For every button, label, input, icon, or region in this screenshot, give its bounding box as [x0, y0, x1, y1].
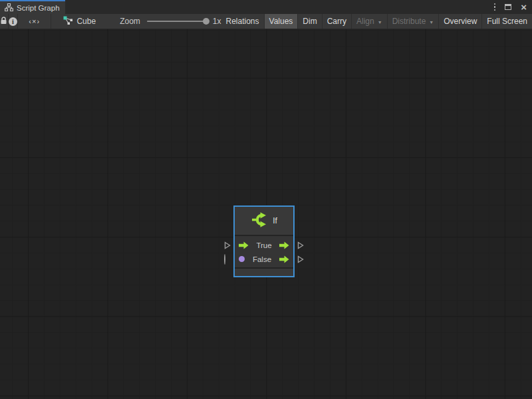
overview-label: Overview: [444, 17, 477, 26]
values-label: Values: [269, 17, 293, 26]
align-label: Align: [356, 17, 374, 26]
chevron-down-icon: ▼: [378, 20, 382, 25]
tab-title: Script Graph: [17, 4, 60, 12]
carry-button[interactable]: Carry: [323, 14, 352, 29]
node-footer: [235, 267, 293, 276]
if-node[interactable]: If True: [233, 205, 295, 277]
port-label-true: True: [249, 241, 279, 249]
distribute-label: Distribute: [392, 17, 426, 26]
maximize-icon[interactable]: [505, 4, 511, 10]
if-node-header[interactable]: If: [235, 207, 293, 236]
lock-icon: [0, 17, 7, 27]
info-button[interactable]: i: [9, 14, 18, 29]
values-button[interactable]: Values: [265, 14, 299, 29]
graph-toolbar: i ‹×› Cube Zoom 1x Relations Values D: [0, 14, 532, 29]
zoom-slider-handle[interactable]: [203, 18, 209, 25]
close-icon[interactable]: ×: [521, 2, 527, 12]
window-menu-icon[interactable]: [494, 3, 496, 11]
condition-value-dot-icon[interactable]: [239, 256, 245, 262]
tab-bar: Script Graph ×: [0, 0, 532, 14]
graph-canvas[interactable]: If True: [0, 29, 532, 399]
zoom-control: Zoom 1x: [120, 14, 221, 29]
false-output-connector[interactable]: [297, 255, 304, 263]
script-graph-asset-icon: [63, 16, 73, 27]
zoom-slider[interactable]: [147, 21, 208, 22]
code-preview-button[interactable]: ‹×›: [18, 14, 51, 29]
tab-script-graph[interactable]: Script Graph: [0, 0, 65, 14]
full-screen-label: Full Screen: [487, 17, 527, 26]
port-row-false: False: [235, 252, 293, 266]
code-icon: ‹×›: [29, 17, 40, 25]
condition-input-connector[interactable]: [224, 255, 225, 264]
graph-target-label: Cube: [76, 17, 96, 26]
align-dropdown: Align ▼: [352, 14, 388, 29]
carry-label: Carry: [327, 17, 346, 26]
true-output-arrow-icon[interactable]: [279, 241, 289, 249]
false-output-arrow-icon[interactable]: [279, 255, 289, 263]
branch-icon: [251, 211, 268, 230]
distribute-dropdown: Distribute ▼: [388, 14, 440, 29]
dim-label: Dim: [303, 17, 317, 26]
graph-hierarchy-icon: [5, 3, 13, 13]
node-title: If: [273, 216, 277, 225]
true-output-connector[interactable]: [297, 241, 304, 249]
chevron-down-icon: ▼: [429, 20, 434, 25]
toolbar-button-group: Relations Values Dim Carry Align ▼ Distr…: [221, 14, 532, 29]
relations-label: Relations: [226, 17, 259, 26]
dim-button[interactable]: Dim: [298, 14, 322, 29]
zoom-value: 1x: [213, 17, 221, 26]
flow-input-arrow-icon[interactable]: [239, 241, 249, 249]
full-screen-button[interactable]: Full Screen: [482, 14, 532, 29]
tab-bar-spacer: [65, 0, 494, 14]
graph-target[interactable]: Cube: [51, 14, 102, 29]
flow-input-connector[interactable]: [224, 241, 231, 249]
zoom-label: Zoom: [120, 17, 140, 26]
info-icon: i: [9, 17, 17, 26]
port-row-true: True: [235, 238, 293, 252]
port-label-false: False: [245, 255, 279, 263]
relations-button[interactable]: Relations: [221, 14, 265, 29]
overview-button[interactable]: Overview: [439, 14, 482, 29]
lock-button[interactable]: [0, 14, 9, 29]
node-ports: True False: [235, 236, 293, 267]
